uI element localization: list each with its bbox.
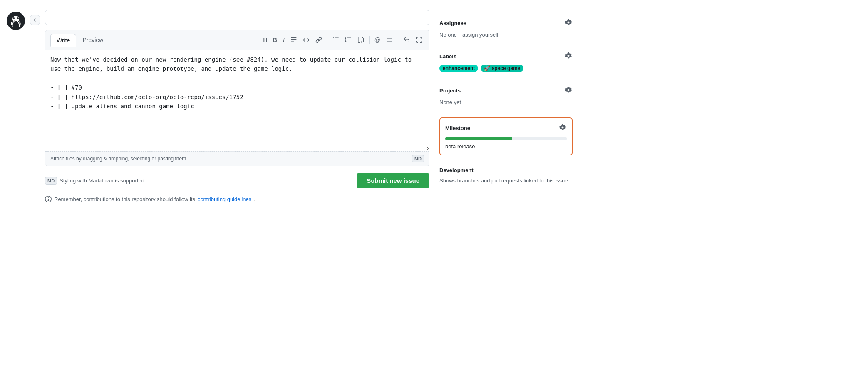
editor-tabs-toolbar: Write Preview H B I: [45, 30, 429, 50]
development-header: Development: [439, 167, 573, 173]
unordered-list-icon[interactable]: [331, 35, 341, 45]
footer-row: MD Styling with Markdown is supported Su…: [45, 171, 429, 190]
mention-icon[interactable]: @: [373, 35, 382, 45]
label-space-game: 🚀 space game: [481, 65, 523, 72]
link-icon[interactable]: [314, 35, 324, 45]
ordered-list-icon[interactable]: [343, 35, 353, 45]
undo-icon[interactable]: [402, 35, 412, 45]
assignees-header: Assignees: [439, 18, 573, 28]
footer-md-badge: MD: [45, 177, 57, 185]
milestone-progress-fill: [445, 137, 512, 140]
attach-md-badge: MD: [412, 155, 424, 162]
toolbar-divider-3: [398, 36, 398, 44]
tab-write[interactable]: Write: [50, 34, 76, 47]
labels-row: enhancement 🚀 space game: [439, 65, 573, 72]
attach-label: Attach files by dragging & dropping, sel…: [50, 156, 188, 162]
editor-box: Write Preview H B I: [45, 30, 429, 166]
right-sidebar: Assignees No one—assign yourself Labels: [439, 10, 573, 203]
milestone-header: Milestone: [445, 123, 567, 133]
toolbar-divider-2: [369, 36, 370, 44]
task-list-icon[interactable]: [356, 35, 366, 45]
projects-header: Projects: [439, 86, 573, 95]
editor-textarea[interactable]: Now that we've decided on our new render…: [45, 50, 429, 150]
toolbar-icons: H B I: [261, 35, 424, 45]
italic-icon[interactable]: I: [281, 35, 286, 45]
info-row: Remember, contributions to this reposito…: [45, 195, 429, 203]
assignees-gear-button[interactable]: [564, 18, 573, 28]
milestone-section: Milestone beta release: [439, 117, 573, 155]
labels-title: Labels: [439, 53, 456, 60]
issue-title-input[interactable]: Update game to use new rendering engine: [45, 10, 429, 25]
bold-icon[interactable]: B: [271, 35, 279, 45]
labels-section: Labels enhancement 🚀 space game: [439, 45, 573, 79]
fullscreen-icon[interactable]: [414, 35, 424, 45]
development-description: Shows branches and pull requests linked …: [439, 177, 569, 184]
reference-icon[interactable]: [384, 35, 394, 45]
contributing-guidelines-link[interactable]: contributing guidelines: [198, 196, 251, 202]
user-avatar: [7, 12, 25, 30]
projects-gear-button[interactable]: [564, 86, 573, 95]
heading-icon[interactable]: H: [261, 36, 268, 45]
toolbar-divider-1: [327, 36, 327, 44]
svg-point-2: [13, 17, 15, 19]
development-section: Development Shows branches and pull requ…: [439, 160, 573, 192]
attach-area: Attach files by dragging & dropping, sel…: [45, 151, 429, 166]
info-period: .: [254, 196, 255, 202]
projects-title: Projects: [439, 87, 461, 94]
labels-gear-button[interactable]: [564, 52, 573, 61]
tab-group: Write Preview: [50, 34, 109, 46]
quote-icon[interactable]: [289, 35, 299, 45]
milestone-progress-bar: [445, 137, 567, 140]
projects-value: None yet: [439, 99, 461, 105]
projects-section: Projects None yet: [439, 79, 573, 112]
label-enhancement: enhancement: [439, 65, 478, 72]
code-icon[interactable]: [301, 35, 311, 45]
info-icon: [45, 196, 52, 202]
labels-header: Labels: [439, 52, 573, 61]
tab-preview[interactable]: Preview: [76, 34, 109, 46]
info-text: Remember, contributions to this reposito…: [54, 196, 195, 202]
assignees-value: No one—assign yourself: [439, 32, 498, 38]
assignees-title: Assignees: [439, 20, 466, 26]
markdown-label: Styling with Markdown is supported: [60, 177, 144, 184]
milestone-title: Milestone: [445, 125, 470, 131]
collapse-button[interactable]: [30, 15, 40, 25]
svg-point-3: [17, 17, 19, 19]
development-title: Development: [439, 167, 474, 173]
markdown-notice: MD Styling with Markdown is supported: [45, 177, 144, 185]
assignees-section: Assignees No one—assign yourself: [439, 12, 573, 45]
submit-new-issue-button[interactable]: Submit new issue: [357, 173, 429, 188]
milestone-gear-button[interactable]: [558, 123, 567, 133]
milestone-name: beta release: [445, 143, 475, 150]
